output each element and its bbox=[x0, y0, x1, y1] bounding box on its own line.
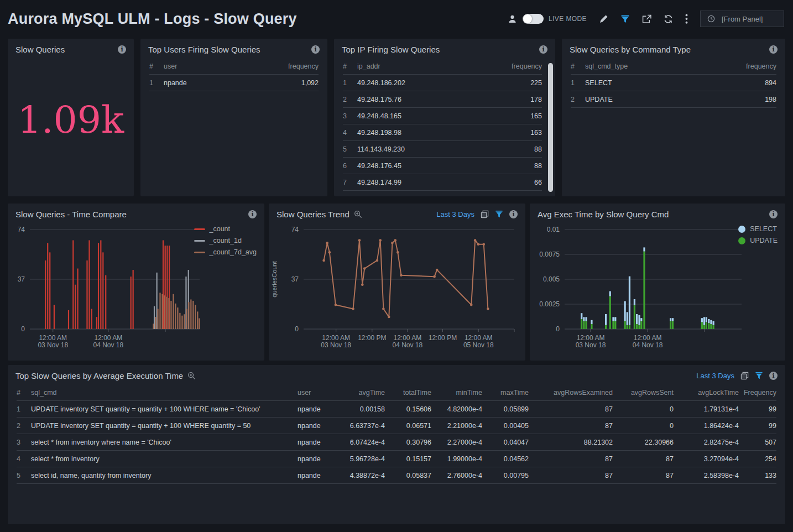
info-icon[interactable]: i bbox=[769, 210, 778, 218]
table-row[interactable]: 4select * from inventorynpande5.96728e-4… bbox=[17, 451, 776, 467]
filter-funnel-icon[interactable] bbox=[620, 14, 630, 24]
column-header-sql-cmd-type[interactable]: sql_cmd_type bbox=[585, 62, 746, 70]
column-header-totaltime[interactable]: totalTime bbox=[385, 389, 431, 397]
dashboard-grid: Slow Queries i 1.09k Top Users Firing Sl… bbox=[0, 38, 793, 532]
table-row[interactable]: 249.248.175.76178 bbox=[343, 91, 542, 108]
legend-marker bbox=[194, 228, 205, 230]
table-row[interactable]: 1npande1,092 bbox=[149, 75, 319, 91]
cell-frequency: 165 bbox=[530, 112, 542, 120]
column-header-sql-cmd[interactable]: sql_cmd bbox=[31, 389, 298, 397]
copy-icon[interactable] bbox=[740, 372, 749, 380]
filter-funnel-icon[interactable] bbox=[495, 210, 503, 218]
table-row[interactable]: 1SELECT894 bbox=[571, 75, 776, 91]
cell-frequency: 178 bbox=[530, 96, 542, 103]
info-icon[interactable]: i bbox=[118, 45, 126, 54]
cell-col: 4 bbox=[343, 129, 357, 137]
legend-item-update[interactable]: UPDATE bbox=[738, 237, 778, 244]
panel-time-compare: Slow Queries - Time Compare i 7437012:00… bbox=[8, 204, 264, 361]
column-header-ip-addr[interactable]: ip_addr bbox=[357, 62, 512, 70]
column-header-mintime[interactable]: minTime bbox=[431, 389, 482, 397]
table-row[interactable]: 1UPDATE inventory SET quantity = quantit… bbox=[17, 401, 776, 418]
cell-avgrowsexamined: 87 bbox=[529, 405, 613, 413]
time-compare-chart[interactable]: 7437012:00 AM03 Nov 1812:00 AM04 Nov 18_… bbox=[8, 222, 264, 361]
cell-mintime: 1.99000e-4 bbox=[431, 455, 482, 463]
copy-icon[interactable] bbox=[481, 210, 489, 218]
cell-maxtime: 0.00405 bbox=[482, 422, 529, 430]
svg-text:74: 74 bbox=[18, 226, 25, 233]
column-header-col[interactable]: # bbox=[343, 62, 357, 70]
cell-maxtime: 0.05899 bbox=[482, 405, 529, 413]
table-row[interactable]: 649.248.176.4588 bbox=[343, 158, 542, 174]
avg-exec-chart[interactable]: 0.010.00750.0050.0025012:00 AM03 Nov 181… bbox=[530, 222, 785, 361]
info-icon[interactable]: i bbox=[509, 210, 518, 218]
column-header-col[interactable]: # bbox=[149, 62, 164, 70]
table-row[interactable]: 349.248.48.165165 bbox=[343, 108, 542, 124]
share-icon[interactable] bbox=[642, 14, 651, 24]
cell-totaltime: 0.15157 bbox=[385, 455, 431, 463]
zoom-in-icon[interactable] bbox=[354, 210, 362, 218]
cell-sql-cmd-type: SELECT bbox=[585, 79, 765, 87]
column-header-avgrowssent[interactable]: avgRowsSent bbox=[613, 389, 674, 397]
info-icon[interactable]: i bbox=[769, 45, 778, 54]
table-row[interactable]: 5select id, name, quantity from inventor… bbox=[17, 467, 776, 484]
legend-label: _count_7d_avg bbox=[210, 248, 257, 256]
table-row[interactable]: 5114.143.49.23088 bbox=[343, 141, 542, 158]
legend-item-count[interactable]: _count bbox=[194, 225, 257, 233]
cell-frequency: 198 bbox=[765, 96, 776, 103]
time-range-value: [From Panel] bbox=[722, 15, 763, 23]
column-header-user[interactable]: user bbox=[164, 62, 288, 70]
info-icon[interactable]: i bbox=[311, 45, 320, 54]
more-kebab-icon[interactable] bbox=[685, 14, 688, 24]
time-range-selector[interactable]: [From Panel] bbox=[700, 11, 784, 27]
user-icon[interactable] bbox=[508, 14, 517, 24]
legend-item-count-1d[interactable]: _count_1d bbox=[194, 237, 257, 244]
trend-chart[interactable]: 7437012:00 AM03 Nov 1812:00 PM12:00 AM04… bbox=[269, 222, 525, 361]
cell-totaltime: 0.06571 bbox=[385, 422, 431, 430]
table-row[interactable]: 2UPDATE inventory SET quantity = quantit… bbox=[17, 418, 776, 434]
cell-col: 2 bbox=[17, 422, 31, 430]
column-header-frequency[interactable]: Frequency bbox=[739, 389, 776, 397]
column-header-avgrowsexamined[interactable]: avgRowsExamined bbox=[529, 389, 613, 397]
time-range-link[interactable]: Last 3 Days bbox=[696, 372, 734, 380]
cell-frequency: 99 bbox=[739, 422, 776, 430]
zoom-in-icon[interactable] bbox=[187, 372, 196, 380]
filter-funnel-icon[interactable] bbox=[755, 372, 763, 380]
column-header-frequency[interactable]: frequency bbox=[288, 62, 319, 70]
cell-mintime: 2.21000e-4 bbox=[431, 422, 482, 430]
cell-user: npande bbox=[164, 79, 301, 87]
cell-mintime: 2.27000e-4 bbox=[431, 439, 482, 446]
legend-label: _count bbox=[210, 225, 231, 233]
legend-label: SELECT bbox=[750, 225, 777, 233]
table-row[interactable]: 749.248.174.9966 bbox=[343, 174, 542, 191]
cell-mintime: 2.76000e-4 bbox=[431, 472, 482, 479]
info-icon[interactable]: i bbox=[769, 372, 778, 380]
refresh-icon[interactable] bbox=[664, 14, 673, 24]
time-range-link[interactable]: Last 3 Days bbox=[436, 210, 474, 218]
vertical-scrollbar[interactable] bbox=[548, 63, 553, 192]
cell-col: 2 bbox=[343, 96, 357, 103]
legend-item-select[interactable]: SELECT bbox=[738, 225, 778, 233]
panel-top-users: Top Users Firing Slow Queries i #userfre… bbox=[140, 39, 327, 196]
table-row[interactable]: 449.248.198.98163 bbox=[343, 124, 542, 141]
command-type-table: #sql_cmd_typefrequency1SELECT8942UPDATE1… bbox=[562, 57, 785, 108]
column-header-frequency[interactable]: frequency bbox=[512, 62, 542, 70]
table-row[interactable]: 149.248.186.202225 bbox=[343, 75, 542, 91]
svg-text:03 Nov 18: 03 Nov 18 bbox=[321, 341, 351, 349]
live-mode-toggle[interactable] bbox=[523, 14, 544, 24]
legend-item-count-7d-avg[interactable]: _count_7d_avg bbox=[194, 248, 257, 256]
table-row[interactable]: 3select * from inventory where name = 'C… bbox=[17, 434, 776, 451]
column-header-avglocktime[interactable]: avgLockTime bbox=[674, 389, 739, 397]
column-header-maxtime[interactable]: maxTime bbox=[482, 389, 529, 397]
cell-frequency: 507 bbox=[739, 439, 776, 446]
column-header-user[interactable]: user bbox=[298, 389, 345, 397]
table-row[interactable]: 2UPDATE198 bbox=[571, 91, 776, 108]
column-header-col[interactable]: # bbox=[571, 62, 585, 70]
cell-avgtime: 4.38872e-4 bbox=[345, 472, 385, 479]
column-header-frequency[interactable]: frequency bbox=[746, 62, 776, 70]
info-icon[interactable]: i bbox=[248, 210, 257, 218]
column-header-avgtime[interactable]: avgTime bbox=[345, 389, 385, 397]
svg-text:0.0075: 0.0075 bbox=[539, 251, 560, 258]
column-header-col[interactable]: # bbox=[17, 389, 31, 397]
info-icon[interactable]: i bbox=[539, 45, 547, 54]
edit-pencil-icon[interactable] bbox=[599, 14, 608, 24]
